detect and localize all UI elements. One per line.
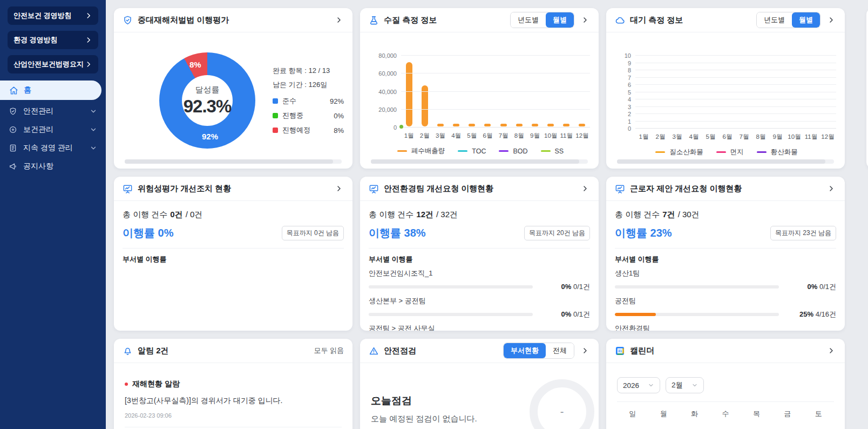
policy-button-label: 안전보건 경영방침 <box>13 11 72 21</box>
toggle-department[interactable]: 부서현황 <box>504 343 546 358</box>
gridline: 20,000 <box>401 109 590 110</box>
total-done: 12건 <box>416 210 433 220</box>
gridline: 0 <box>401 127 590 128</box>
dept-name: 안전환경팀 <box>615 324 836 331</box>
card-detail-button[interactable] <box>580 184 590 193</box>
gridline: 1 <box>635 121 836 122</box>
y-axis-label: 40,000 <box>378 89 397 95</box>
legend-item: BOD <box>499 148 527 155</box>
sidebar-policy-button-industrial-law[interactable]: 산업안전보건법령요지 <box>8 55 98 73</box>
card-detail-button[interactable] <box>580 15 590 25</box>
dashboard-main: 중대재해처벌법 이행평가 8% 92% 달성률 92.3% <box>106 0 868 429</box>
x-axis-label: 1월 <box>635 133 652 141</box>
total-label: 총 이행 건수 <box>123 210 167 220</box>
sidebar-policy-button-environment[interactable]: 환경 경영방침 <box>8 31 98 49</box>
bar <box>406 62 412 126</box>
dept-name: 안전보건임시조직_1 <box>369 269 590 278</box>
divider <box>617 401 834 402</box>
rate-row: 이행률 0% 목표까지 0건 남음 <box>123 226 344 240</box>
toggle-yearly[interactable]: 년도별 <box>511 12 546 28</box>
water-chart: 80,00060,00040,00020,0000 1월2월3월4월5월6월7월… <box>371 55 590 156</box>
card-detail-button[interactable] <box>826 15 836 25</box>
card-title: 수질 측정 정보 <box>384 15 437 25</box>
legend-item: 먼지 <box>716 148 744 157</box>
gridline: 9 <box>635 63 836 63</box>
y-axis-label: 0 <box>628 125 631 132</box>
divider <box>615 248 836 249</box>
card-title: 안전점검 <box>384 346 416 356</box>
year-select[interactable]: 2026 <box>617 377 660 393</box>
chevron-right-icon <box>335 184 343 193</box>
card-title: 중대재해처벌법 이행평가 <box>138 15 229 25</box>
card-severe-accident-evaluation: 중대재해처벌법 이행평가 8% 92% 달성률 92.3% <box>114 8 352 169</box>
chevron-right-icon <box>827 346 836 355</box>
mark-all-read-button[interactable]: 모두 읽음 <box>314 346 344 356</box>
chevron-down-icon <box>90 108 97 115</box>
policy-button-label: 산업안전보건법령요지 <box>13 59 84 69</box>
first-aid-icon <box>9 125 17 134</box>
y-axis-label: 8 <box>628 67 631 73</box>
dept-section-label: 부서별 이행률 <box>369 254 590 264</box>
toggle-all[interactable]: 전체 <box>546 343 574 358</box>
scrollbar-thumb[interactable] <box>371 159 579 164</box>
sidebar-item-home[interactable]: 홈 <box>0 81 101 100</box>
notification-time: 2026-02-23 09:06 <box>125 412 342 419</box>
card-grid: 중대재해처벌법 이행평가 8% 92% 달성률 92.3% <box>114 8 868 429</box>
calendar-icon: 31 <box>615 346 625 356</box>
gridline: 0 <box>635 128 836 129</box>
scrollbar-thumb[interactable] <box>125 159 333 164</box>
card-detail-button[interactable] <box>826 346 836 356</box>
dept-section-label: 부서별 이행률 <box>123 254 344 264</box>
horizontal-scrollbar[interactable] <box>617 159 834 164</box>
card-detail-button[interactable] <box>334 15 344 25</box>
divider <box>125 427 342 427</box>
y-axis-label: 5 <box>628 89 631 96</box>
total-count-line: 총 이행 건수 12건 / 32건 <box>369 210 590 220</box>
sidebar-item-sustain-management[interactable]: 지속 경영 관리 <box>0 139 106 157</box>
legend-item: 진행중 0% <box>273 111 344 120</box>
card-worker-proposals: 근로자 제안 개선요청 이행현황 총 이행 건수 7건 / 30건 이행률 <box>606 177 845 331</box>
card-detail-button[interactable] <box>334 184 344 193</box>
sidebar-item-safety-management[interactable]: 안전관리 <box>0 102 106 120</box>
x-axis-label: 5월 <box>702 133 719 141</box>
dept-progress-row: 공전팀 25% 4/16건 <box>615 296 836 319</box>
rate-row: 이행률 23% 목표까지 23건 남음 <box>615 226 836 240</box>
x-axis-label: 9월 <box>527 132 542 140</box>
notification-category: 재해현황 알람 <box>132 379 180 389</box>
card-safety-env-requests: 안전환경팀 개선요청 이행현황 총 이행 건수 12건 / 32건 이행률 <box>360 177 599 331</box>
horizontal-scrollbar[interactable] <box>371 159 588 164</box>
sidebar-item-health-management[interactable]: 보건관리 <box>0 120 106 139</box>
dept-name: 공전팀 <box>615 296 836 306</box>
chevron-down-icon <box>90 144 97 152</box>
horizontal-scrollbar[interactable] <box>125 159 342 164</box>
x-axis-label: 10월 <box>543 132 559 140</box>
presentation-chart-icon <box>615 184 625 194</box>
donut-stats-panel: 완료 항목 : 12 / 13 남은 기간 : 126일 준수 92% 진행중 <box>273 66 344 135</box>
scrollbar-thumb[interactable] <box>617 159 825 164</box>
month-select[interactable]: 2월 <box>666 377 704 393</box>
y-axis-label: 3 <box>628 104 631 110</box>
card-header: 안전점검 부서현황 전체 <box>360 339 599 363</box>
fulfillment-rate: 이행률 23% <box>615 226 672 240</box>
x-axis-label: 6월 <box>719 133 736 141</box>
month-value: 2월 <box>672 380 683 390</box>
chevron-down-icon <box>648 382 654 388</box>
toggle-yearly[interactable]: 년도별 <box>757 12 792 28</box>
dept-value: 0% 0/1건 <box>540 282 590 292</box>
calendar-body: 2026 2월 일월화수목금토 01020304050607 <box>606 363 845 429</box>
toggle-monthly[interactable]: 월별 <box>546 12 574 28</box>
inspection-gauge: - <box>530 379 594 429</box>
sidebar-item-notices[interactable]: 공지사항 <box>0 157 106 176</box>
sidebar-item-label: 지속 경영 관리 <box>23 143 73 153</box>
card-header: 위험성평가 개선조치 현황 <box>114 177 352 201</box>
toggle-monthly[interactable]: 월별 <box>792 12 820 28</box>
notification-item[interactable]: 재해현황 알람 [3번창고(사무실측)]의 경위서가 대기중 입니다. 2026… <box>125 379 342 427</box>
card-detail-button[interactable] <box>580 346 590 356</box>
ss-series-dot <box>399 125 403 129</box>
divider <box>123 248 344 249</box>
megaphone-icon <box>9 162 17 171</box>
card-detail-button[interactable] <box>826 184 836 193</box>
y-axis-label: 6 <box>628 82 631 88</box>
sidebar-policy-button-safety-health[interactable]: 안전보건 경영방침 <box>8 6 98 25</box>
stat-remaining-days: 남은 기간 : 126일 <box>273 80 344 90</box>
